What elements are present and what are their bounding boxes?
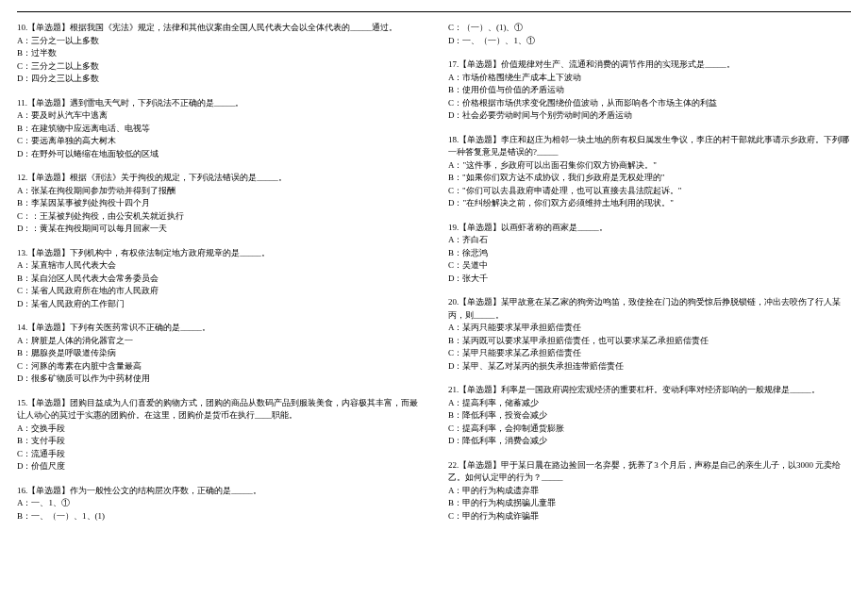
question-text: 10.【单选题】根据我国《宪法》规定，法律和其他议案由全国人民代表大会以全体代表… bbox=[17, 22, 420, 35]
question-block: 16.【单选题】作为一般性公文的结构层次序数，正确的是_____。A：一、1、①… bbox=[17, 485, 420, 523]
option: B：支付手段 bbox=[17, 435, 420, 448]
option: D：价值尺度 bbox=[17, 460, 420, 473]
option: A：要及时从汽车中逃离 bbox=[17, 109, 420, 123]
question-block: 10.【单选题】根据我国《宪法》规定，法律和其他议案由全国人民代表大会以全体代表… bbox=[17, 22, 420, 86]
option: A：交换手段 bbox=[17, 423, 420, 436]
question-text: 22.【单选题】甲于某日晨在路边捡回一名弃婴，抚养了3 个月后，声称是自己的亲生… bbox=[448, 459, 851, 485]
option: B：甲的行为构成拐骗儿童罪 bbox=[448, 497, 851, 510]
option: B：过半数 bbox=[17, 47, 420, 60]
option: A：齐白石 bbox=[448, 234, 851, 247]
question-text: 14.【单选题】下列有关医药常识不正确的是_____。 bbox=[17, 322, 420, 335]
option: B：使用价值与价值的矛盾运动 bbox=[448, 84, 851, 97]
question-block: 19.【单选题】以画虾著称的画家是_____。A：齐白石B：徐悲鸿C：吴道中D：… bbox=[448, 222, 851, 286]
option: A："这件事，乡政府可以出面召集你们双方协商解决。" bbox=[448, 159, 851, 173]
option: D：某省人民政府的工作部门 bbox=[17, 298, 420, 311]
option: A：一、1、① bbox=[17, 497, 420, 510]
option: C：价格根据市场供求变化围绕价值波动，从而影响各个市场主体的利益 bbox=[448, 97, 851, 110]
option: D：社会必要劳动时间与个别劳动时间的矛盾运动 bbox=[448, 109, 851, 123]
option: D：四分之三以上多数 bbox=[17, 73, 420, 86]
question-text: 20.【单选题】某甲故意在某乙家的狗旁边鸣笛，致使拴在门边的狗受惊后挣脱锁链，冲… bbox=[448, 296, 851, 322]
option: D：在野外可以蜷缩在地面较低的区域 bbox=[17, 148, 420, 161]
option: D：一、（一）、1、① bbox=[448, 35, 851, 48]
option: C：甲的行为构成诈骗罪 bbox=[448, 510, 851, 523]
option: B：某自治区人民代表大会常务委员会 bbox=[17, 273, 420, 286]
option: D：：黄某在拘役期间可以每月回家一天 bbox=[17, 223, 420, 236]
option: D：降低利率，消费会减少 bbox=[448, 435, 851, 448]
option: C：河豚的毒素在内脏中含量最高 bbox=[17, 360, 420, 373]
option: C：要远离单独的高大树木 bbox=[17, 135, 420, 148]
option: A：脾脏是人体的消化器官之一 bbox=[17, 335, 420, 348]
question-block: 12.【单选题】根据《刑法》关于拘役的规定，下列说法错误的是_____。A：张某… bbox=[17, 172, 420, 236]
option: C：：王某被判处拘役，由公安机关就近执行 bbox=[17, 210, 420, 224]
option: C：吴道中 bbox=[448, 259, 851, 273]
option: D：很多矿物质可以作为中药材使用 bbox=[17, 373, 420, 386]
question-text: 21.【单选题】利率是一国政府调控宏观经济的重要杠杆。变动利率对经济影响的一般规… bbox=[448, 384, 851, 397]
option: A：某丙只能要求某甲承担赔偿责任 bbox=[448, 322, 851, 335]
question-block: 22.【单选题】甲于某日晨在路边捡回一名弃婴，抚养了3 个月后，声称是自己的亲生… bbox=[448, 459, 851, 523]
question-text: 19.【单选题】以画虾著称的画家是_____。 bbox=[448, 222, 851, 235]
question-text: 13.【单选题】下列机构中，有权依法制定地方政府规章的是_____。 bbox=[17, 247, 420, 260]
question-block: 11.【单选题】遇到雷电天气时，下列说法不正确的是_____。A：要及时从汽车中… bbox=[17, 97, 420, 161]
option: B："如果你们双方达不成协议，我们乡政府是无权处理的" bbox=[448, 172, 851, 185]
question-text: 18.【单选题】李庄和赵庄为相邻一块土地的所有权归属发生争议，李庄的村干部就此事… bbox=[448, 134, 851, 159]
question-text: 17.【单选题】价值规律对生产、流通和消费的调节作用的实现形式是_____。 bbox=[448, 58, 851, 72]
option: B：腮腺炎是呼吸道传染病 bbox=[17, 347, 420, 360]
question-block: 17.【单选题】价值规律对生产、流通和消费的调节作用的实现形式是_____。A：… bbox=[448, 58, 851, 123]
option: D：张大千 bbox=[448, 273, 851, 286]
question-text: 16.【单选题】作为一般性公文的结构层次序数，正确的是_____。 bbox=[17, 485, 420, 498]
option: C：提高利率，会抑制通货膨胀 bbox=[448, 423, 851, 436]
question-block: 13.【单选题】下列机构中，有权依法制定地方政府规章的是_____。A：某直辖市… bbox=[17, 247, 420, 311]
option: B：徐悲鸿 bbox=[448, 247, 851, 260]
option: C：三分之二以上多数 bbox=[17, 60, 420, 74]
option: A：提高利率，储蓄减少 bbox=[448, 397, 851, 410]
option: A：甲的行为构成遗弃罪 bbox=[448, 485, 851, 498]
option: B：在建筑物中应远离电话、电视等 bbox=[17, 123, 420, 136]
option: B：某丙既可以要求某甲承担赔偿责任，也可以要求某乙承担赔偿责任 bbox=[448, 335, 851, 348]
question-block: 15.【单选题】团购目益成为人们喜爱的购物方式，团购的商品从数码产品到服装美食，… bbox=[17, 397, 420, 473]
question-block: 21.【单选题】利率是一国政府调控宏观经济的重要杠杆。变动利率对经济影响的一般规… bbox=[448, 384, 851, 448]
option: C：（一）、(1)、① bbox=[448, 22, 851, 35]
question-block: 20.【单选题】某甲故意在某乙家的狗旁边鸣笛，致使拴在门边的狗受惊后挣脱锁链，冲… bbox=[448, 296, 851, 373]
left-column: 10.【单选题】根据我国《宪法》规定，法律和其他议案由全国人民代表大会以全体代表… bbox=[17, 22, 420, 534]
option: A：某直辖市人民代表大会 bbox=[17, 259, 420, 273]
question-text: 15.【单选题】团购目益成为人们喜爱的购物方式，团购的商品从数码产品到服装美食，… bbox=[17, 397, 420, 423]
option: C：流通手段 bbox=[17, 448, 420, 461]
option: B：降低利率，投资会减少 bbox=[448, 409, 851, 423]
option: C：某甲只能要求某乙承担赔偿责任 bbox=[448, 347, 851, 360]
question-block: C：（一）、(1)、①D：一、（一）、1、① bbox=[448, 22, 851, 47]
question-text: 11.【单选题】遇到雷电天气时，下列说法不正确的是_____。 bbox=[17, 97, 420, 110]
option: D：某甲、某乙对某丙的损失承担连带赔偿责任 bbox=[448, 360, 851, 373]
question-text: 12.【单选题】根据《刑法》关于拘役的规定，下列说法错误的是_____。 bbox=[17, 172, 420, 185]
question-block: 14.【单选题】下列有关医药常识不正确的是_____。A：脾脏是人体的消化器官之… bbox=[17, 322, 420, 386]
two-column-layout: 10.【单选题】根据我国《宪法》规定，法律和其他议案由全国人民代表大会以全体代表… bbox=[17, 22, 851, 534]
option: A：张某在拘役期间参加劳动并得到了报酬 bbox=[17, 185, 420, 198]
option: A：三分之一以上多数 bbox=[17, 35, 420, 48]
option: B：一、（一）、1、(1) bbox=[17, 510, 420, 523]
option: D："在纠纷解决之前，你们双方必须维持土地利用的现状。" bbox=[448, 197, 851, 210]
question-block: 18.【单选题】李庄和赵庄为相邻一块土地的所有权归属发生争议，李庄的村干部就此事… bbox=[448, 134, 851, 210]
option: C："你们可以去县政府申请处理，也可以直接去县法院起诉。" bbox=[448, 185, 851, 198]
top-rule bbox=[17, 11, 851, 12]
right-column: C：（一）、(1)、①D：一、（一）、1、①17.【单选题】价值规律对生产、流通… bbox=[448, 22, 851, 534]
option: C：某省人民政府所在地的市人民政府 bbox=[17, 285, 420, 298]
option: B：李某因某事被判处拘役十四个月 bbox=[17, 197, 420, 210]
option: A：市场价格围绕生产成本上下波动 bbox=[448, 72, 851, 85]
